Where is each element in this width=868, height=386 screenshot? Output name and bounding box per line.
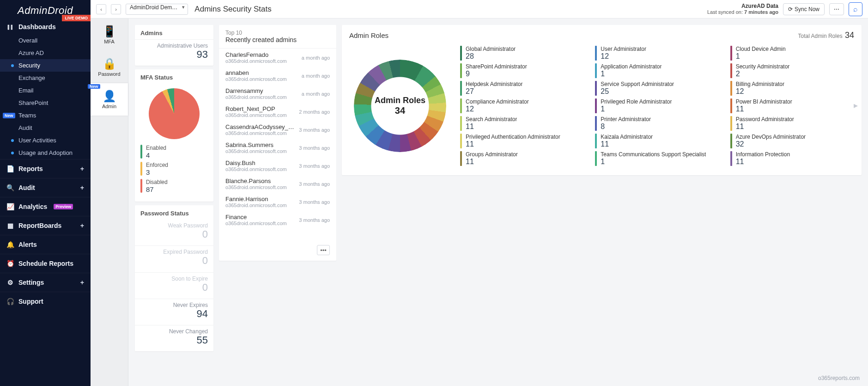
sidebar-item-usage-and-adoption[interactable]: Usage and Adoption (0, 147, 91, 159)
nav-schedule-reports[interactable]: ⏰Schedule Reports (0, 256, 91, 271)
sidebar-item-security[interactable]: Security (0, 59, 91, 72)
live-demo-badge: LIVE DEMO (62, 15, 91, 21)
role-color-icon (730, 98, 732, 113)
password-stat-label: Never Changed (140, 328, 208, 335)
sidebar-item-audit[interactable]: Audit (0, 122, 91, 134)
nav-section-label: Support (18, 298, 43, 305)
password-stat-label: Never Expires (140, 302, 208, 308)
password-stat-row: Weak Password0 (135, 220, 213, 245)
recent-more-button[interactable]: ••• (317, 245, 330, 255)
password-stat-value: 0 (140, 229, 208, 240)
role-color-icon (595, 116, 597, 131)
role-item[interactable]: Application Administrator1 (595, 63, 719, 78)
nav-support[interactable]: 🎧Support (0, 294, 91, 309)
role-name: SharePoint Administrator (466, 63, 527, 70)
role-item[interactable]: Information Protection11 (730, 151, 854, 166)
password-stat-row: Expired Password0 (135, 245, 213, 272)
recent-admin-row[interactable]: Robert_Next_POPo365droid.onmicrosoft.com… (219, 103, 336, 121)
sidebar-item-label: Teams (18, 112, 36, 119)
recent-admin-row[interactable]: Financeo365droid.onmicrosoft.com3 months… (219, 211, 336, 229)
role-item[interactable]: Service Support Administrator25 (595, 81, 719, 96)
roles-next-button[interactable]: ▸ (854, 100, 858, 110)
role-item[interactable]: Helpdesk Administrator27 (460, 81, 584, 96)
role-item[interactable]: Power BI Administrator11 (730, 98, 854, 113)
sidebar-item-label: Azure AD (18, 49, 44, 56)
role-item[interactable]: Billing Administrator12 (730, 81, 854, 96)
rail-item-label: MFA (92, 39, 126, 44)
recent-admin-row[interactable]: CharlesFernadoo365droid.onmicrosoft.coma… (219, 49, 336, 67)
legend-value: 87 (146, 185, 168, 193)
role-item[interactable]: SharePoint Administrator9 (460, 63, 584, 78)
role-item[interactable]: Privileged Role Administrator1 (595, 98, 719, 113)
roles-donut-title: Admin Roles (375, 96, 425, 105)
recent-admin-row[interactable]: annabeno365droid.onmicrosoft.coma month … (219, 67, 336, 85)
sync-now-button[interactable]: ⟳ Sync Now (783, 3, 825, 15)
admins-stat-value: 93 (140, 49, 208, 60)
nav-back-button[interactable]: ‹ (96, 4, 106, 14)
role-item[interactable]: Azure DevOps Administrator32 (730, 134, 854, 148)
role-count: 1 (601, 105, 672, 113)
sidebar-item-azure-ad[interactable]: Azure AD (0, 47, 91, 59)
sidebar-item-user-activities[interactable]: User Activities (0, 134, 91, 147)
recent-admin-name: Darrensammy (225, 87, 287, 94)
more-button[interactable]: ⋯ (829, 3, 844, 15)
sidebar-item-overall[interactable]: Overall (0, 34, 91, 47)
role-item[interactable]: Groups Administrator11 (460, 151, 584, 166)
tenant-selector[interactable]: AdminDroid Dem… (126, 4, 188, 15)
recent-admin-row[interactable]: Blanche.Parsonso365droid.onmicrosoft.com… (219, 175, 336, 193)
mfa-icon: 📱 (92, 25, 126, 38)
rail-item-password[interactable]: 🔒Password (91, 51, 128, 83)
search-button[interactable]: ⌕ (849, 2, 862, 16)
expand-icon: + (80, 222, 84, 229)
role-item[interactable]: Password Administrator11 (730, 116, 854, 131)
nav-analytics[interactable]: 📈AnalyticsPreview (0, 199, 91, 214)
main: Admins Administrative Users 93 MFA Statu… (128, 0, 868, 386)
nav-dashboards[interactable]: ⫿⫿ Dashboards (0, 19, 91, 34)
role-name: User Administrator (601, 46, 646, 52)
sync-prefix: Last synced on: (707, 9, 744, 15)
sidebar-item-teams[interactable]: NewTeams (0, 109, 91, 122)
password-card-title: Password Status (135, 205, 213, 220)
recent-admin-row[interactable]: Daisy.Busho365droid.onmicrosoft.com3 mon… (219, 157, 336, 175)
role-count: 32 (736, 140, 806, 148)
role-name: Billing Administrator (736, 81, 784, 87)
role-name: Privileged Role Administrator (601, 98, 672, 105)
role-name: Compliance Administrator (466, 98, 529, 105)
role-color-icon (595, 98, 597, 113)
role-item[interactable]: Compliance Administrator12 (460, 98, 584, 113)
recent-admin-row[interactable]: Darrensammyo365droid.onmicrosoft.coma mo… (219, 85, 336, 103)
role-item[interactable]: Kaizala Administrator11 (595, 134, 719, 148)
sidebar-item-sharepoint[interactable]: SharePoint (0, 97, 91, 109)
rail-item-admin[interactable]: New👤Admin (91, 83, 128, 116)
sidebar-item-exchange[interactable]: Exchange (0, 72, 91, 84)
role-item[interactable]: Privileged Authentication Administrator1… (460, 134, 584, 148)
role-count: 11 (736, 105, 792, 113)
role-item[interactable]: User Administrator12 (595, 46, 719, 61)
password-stat-value: 55 (140, 335, 208, 346)
nav-section-label: Analytics (18, 203, 47, 210)
nav-reports[interactable]: 📄Reports+ (0, 161, 91, 176)
support-icon: 🎧 (6, 298, 14, 305)
nav-section-label: Audit (18, 184, 35, 191)
nav-settings[interactable]: ⚙Settings+ (0, 275, 91, 290)
recent-admin-row[interactable]: Sabrina.Summerso365droid.onmicrosoft.com… (219, 139, 336, 157)
role-item[interactable]: Global Administrator28 (460, 46, 584, 61)
role-name: Privileged Authentication Administrator (466, 134, 560, 140)
sidebar-item-email[interactable]: Email (0, 84, 91, 97)
nav-forward-button[interactable]: › (111, 4, 121, 14)
nav-reportboards[interactable]: ▦ReportBoards+ (0, 218, 91, 233)
nav-alerts[interactable]: 🔔Alerts (0, 237, 91, 252)
recent-admin-row[interactable]: CassendraACodyssey_out…o365droid.onmicro… (219, 121, 336, 139)
recent-admin-row[interactable]: Fannie.Harrisono365droid.onmicrosoft.com… (219, 193, 336, 211)
role-item[interactable]: Printer Administrator8 (595, 116, 719, 131)
admins-card: Admins Administrative Users 93 (135, 25, 213, 66)
rail-item-mfa[interactable]: 📱MFA (91, 18, 128, 51)
nav-audit[interactable]: 🔍Audit+ (0, 180, 91, 195)
role-item[interactable]: Cloud Device Admin1 (730, 46, 854, 61)
reportboards-icon: ▦ (6, 222, 14, 229)
sidebar-item-label: User Activities (18, 137, 56, 144)
role-item[interactable]: Search Administrator11 (460, 116, 584, 131)
roles-card-title: Admin Roles (349, 31, 388, 39)
role-item[interactable]: Security Administrator2 (730, 63, 854, 78)
role-item[interactable]: Teams Communications Support Specialist1 (595, 151, 719, 166)
